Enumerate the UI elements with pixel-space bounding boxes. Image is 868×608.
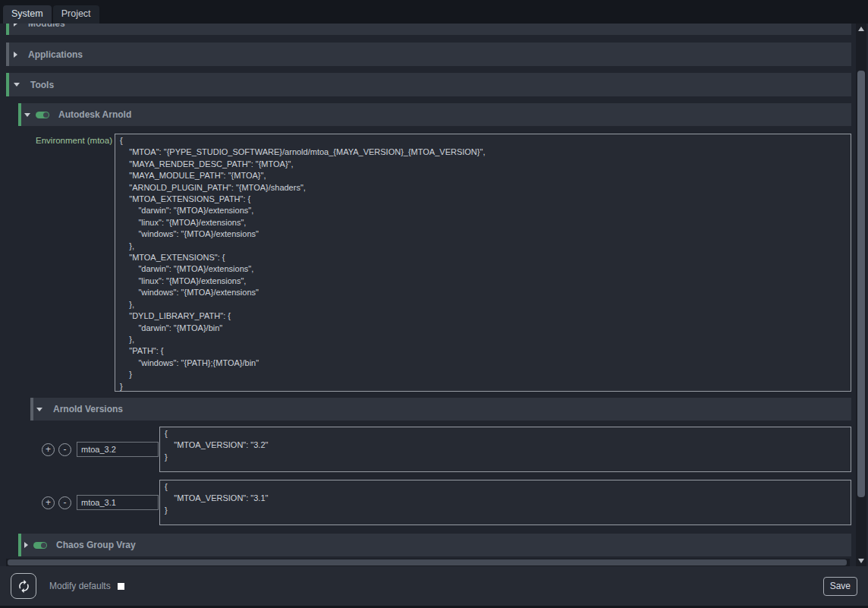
settings-scroll-area: Modules Applications Tools Autodesk Arno…: [0, 24, 868, 566]
group-label-autodesk-arnold: Autodesk Arnold: [58, 109, 131, 120]
environment-json-textarea[interactable]: { "MTOA": "{PYPE_STUDIO_SOFTWARE}/arnold…: [115, 134, 851, 392]
add-version-button[interactable]: +: [42, 443, 55, 456]
save-button[interactable]: Save: [823, 577, 857, 596]
footer-bar: Modify defaults Save: [0, 566, 868, 606]
version-row-controls: + -: [6, 480, 159, 525]
remove-version-button[interactable]: -: [58, 496, 71, 509]
vertical-scrollbar[interactable]: [856, 24, 866, 566]
chevron-right-icon[interactable]: [14, 52, 17, 58]
version-row-controls: + -: [6, 427, 159, 472]
group-label-arnold-versions: Arnold Versions: [53, 404, 123, 414]
chevron-right-icon[interactable]: [24, 542, 28, 548]
tools-override-bar: [6, 73, 9, 96]
triangle-up-icon: [858, 27, 864, 31]
group-header-applications[interactable]: Applications: [6, 43, 851, 66]
horizontal-scrollbar[interactable]: [6, 559, 850, 566]
scroll-up-button[interactable]: [856, 24, 866, 34]
group-label-modules: Modules: [28, 24, 65, 29]
tab-system[interactable]: System: [3, 5, 52, 24]
tab-bar: System Project: [0, 0, 868, 24]
version-json-textarea[interactable]: { "MTOA_VERSION": "3.2" }: [159, 427, 851, 472]
group-modules-clipped: Modules: [6, 24, 851, 35]
arnold-versions-override-bar: [30, 398, 33, 421]
refresh-icon: [17, 579, 31, 594]
group-header-chaos-group-vray[interactable]: Chaos Group Vray: [18, 534, 851, 556]
chevron-down-icon[interactable]: [14, 83, 20, 87]
vray-enabled-toggle[interactable]: [33, 542, 47, 549]
modify-defaults-checkbox[interactable]: [118, 583, 124, 590]
group-label-applications: Applications: [28, 49, 83, 60]
applications-override-bar: [6, 43, 9, 66]
version-key-input[interactable]: [77, 442, 159, 457]
version-json-textarea[interactable]: { "MTOA_VERSION": "3.1" }: [159, 480, 851, 525]
chevron-right-icon[interactable]: [14, 24, 17, 27]
toggle-knob-icon: [43, 112, 49, 118]
modify-defaults-label: Modify defaults: [49, 581, 111, 591]
group-label-chaos-group-vray: Chaos Group Vray: [56, 540, 136, 550]
toggle-knob-icon: [41, 543, 46, 548]
group-header-tools[interactable]: Tools: [6, 73, 851, 96]
scroll-down-button[interactable]: [856, 556, 866, 566]
chevron-down-icon[interactable]: [24, 113, 30, 117]
version-row: + - { "MTOA_VERSION": "3.2" }: [6, 427, 851, 472]
chevron-down-icon[interactable]: [36, 408, 42, 411]
environment-label: Environment (mtoa): [6, 134, 115, 145]
version-row: + - { "MTOA_VERSION": "3.1" }: [6, 480, 851, 525]
arnold-override-bar: [18, 103, 21, 126]
horizontal-scrollbar-thumb[interactable]: [8, 559, 847, 565]
settings-window: System Project Modules Applications Tool…: [0, 0, 868, 608]
group-header-arnold-versions[interactable]: Arnold Versions: [30, 398, 851, 421]
arnold-enabled-toggle[interactable]: [36, 112, 49, 118]
environment-row: Environment (mtoa) { "MTOA": "{PYPE_STUD…: [6, 134, 851, 392]
version-key-input[interactable]: [77, 495, 159, 510]
vertical-scrollbar-thumb[interactable]: [857, 71, 865, 497]
group-label-tools: Tools: [30, 80, 54, 90]
modules-override-bar: [6, 24, 9, 35]
refresh-button[interactable]: [11, 573, 36, 599]
remove-version-button[interactable]: -: [58, 443, 71, 456]
group-header-modules[interactable]: Modules: [6, 24, 851, 35]
group-header-autodesk-arnold[interactable]: Autodesk Arnold: [18, 103, 851, 126]
vray-override-bar: [18, 534, 21, 556]
triangle-down-icon: [858, 559, 864, 563]
add-version-button[interactable]: +: [42, 496, 55, 509]
tab-project[interactable]: Project: [53, 5, 99, 24]
settings-content: Modules Applications Tools Autodesk Arno…: [6, 24, 851, 556]
